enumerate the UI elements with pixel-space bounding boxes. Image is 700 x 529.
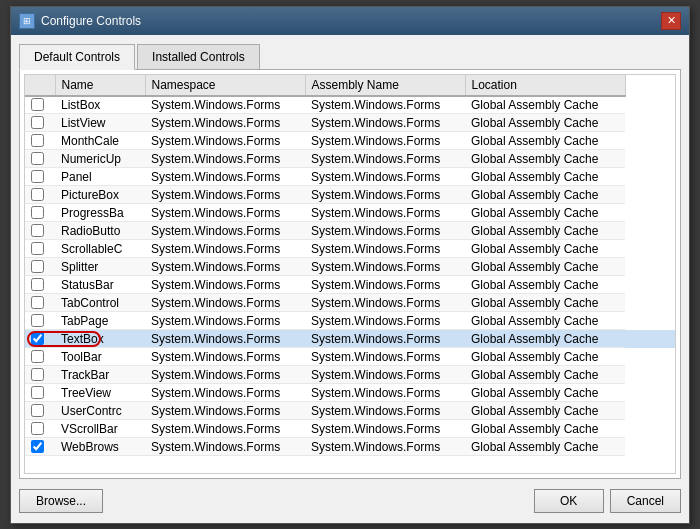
table-row[interactable]: VScrollBarSystem.Windows.FormsSystem.Win… — [25, 420, 675, 438]
row-checkbox[interactable] — [31, 368, 44, 381]
table-row[interactable]: NumericUpSystem.Windows.FormsSystem.Wind… — [25, 150, 675, 168]
check-cell[interactable] — [25, 150, 55, 168]
check-cell[interactable] — [25, 204, 55, 222]
row-location: Global Assembly Cache — [465, 132, 625, 150]
row-checkbox[interactable] — [31, 242, 44, 255]
controls-table-container[interactable]: Name Namespace Assembly Name Location Li… — [24, 74, 676, 474]
table-row[interactable]: TabControlSystem.Windows.FormsSystem.Win… — [25, 294, 675, 312]
row-namespace: System.Windows.Forms — [145, 384, 305, 402]
row-checkbox[interactable] — [31, 206, 44, 219]
row-checkbox[interactable] — [31, 170, 44, 183]
row-checkbox[interactable] — [31, 116, 44, 129]
check-cell[interactable] — [25, 258, 55, 276]
check-cell[interactable] — [25, 186, 55, 204]
row-namespace: System.Windows.Forms — [145, 330, 305, 348]
check-cell[interactable] — [25, 294, 55, 312]
row-assembly: System.Windows.Forms — [305, 96, 465, 114]
row-checkbox[interactable] — [31, 332, 44, 345]
row-assembly: System.Windows.Forms — [305, 276, 465, 294]
checkbox-wrap — [31, 188, 49, 201]
row-namespace: System.Windows.Forms — [145, 312, 305, 330]
check-cell[interactable] — [25, 168, 55, 186]
row-assembly: System.Windows.Forms — [305, 420, 465, 438]
row-assembly: System.Windows.Forms — [305, 132, 465, 150]
check-cell[interactable] — [25, 384, 55, 402]
table-row[interactable]: MonthCaleSystem.Windows.FormsSystem.Wind… — [25, 132, 675, 150]
table-row[interactable]: PictureBoxSystem.Windows.FormsSystem.Win… — [25, 186, 675, 204]
row-checkbox[interactable] — [31, 404, 44, 417]
cancel-button[interactable]: Cancel — [610, 489, 681, 513]
table-row[interactable]: ScrollableCSystem.Windows.FormsSystem.Wi… — [25, 240, 675, 258]
row-name: StatusBar — [55, 276, 145, 294]
check-cell[interactable] — [25, 222, 55, 240]
col-header-check — [25, 75, 55, 96]
check-cell[interactable] — [25, 114, 55, 132]
table-row[interactable]: SplitterSystem.Windows.FormsSystem.Windo… — [25, 258, 675, 276]
table-row[interactable]: TrackBarSystem.Windows.FormsSystem.Windo… — [25, 366, 675, 384]
row-assembly: System.Windows.Forms — [305, 114, 465, 132]
row-checkbox[interactable] — [31, 422, 44, 435]
check-cell[interactable] — [25, 132, 55, 150]
check-cell[interactable] — [25, 240, 55, 258]
row-checkbox[interactable] — [31, 98, 44, 111]
check-cell[interactable] — [25, 438, 55, 456]
row-name: WebBrows — [55, 438, 145, 456]
table-row[interactable]: TreeViewSystem.Windows.FormsSystem.Windo… — [25, 384, 675, 402]
row-namespace: System.Windows.Forms — [145, 150, 305, 168]
check-cell[interactable] — [25, 96, 55, 114]
table-body: ListBoxSystem.Windows.FormsSystem.Window… — [25, 96, 675, 456]
table-row[interactable]: UserContrcSystem.Windows.FormsSystem.Win… — [25, 402, 675, 420]
row-name: RadioButto — [55, 222, 145, 240]
row-checkbox[interactable] — [31, 350, 44, 363]
row-checkbox[interactable] — [31, 134, 44, 147]
table-row[interactable]: ListViewSystem.Windows.FormsSystem.Windo… — [25, 114, 675, 132]
browse-button[interactable]: Browse... — [19, 489, 103, 513]
row-checkbox[interactable] — [31, 314, 44, 327]
table-row[interactable]: RadioButtoSystem.Windows.FormsSystem.Win… — [25, 222, 675, 240]
row-checkbox[interactable] — [31, 152, 44, 165]
row-namespace: System.Windows.Forms — [145, 204, 305, 222]
checkbox-wrap — [31, 152, 49, 165]
row-assembly: System.Windows.Forms — [305, 348, 465, 366]
check-cell[interactable] — [25, 402, 55, 420]
row-location: Global Assembly Cache — [465, 420, 625, 438]
table-row[interactable]: ListBoxSystem.Windows.FormsSystem.Window… — [25, 96, 675, 114]
dialog-title: Configure Controls — [41, 14, 141, 28]
row-checkbox[interactable] — [31, 224, 44, 237]
table-row[interactable]: StatusBarSystem.Windows.FormsSystem.Wind… — [25, 276, 675, 294]
tab-installed-controls[interactable]: Installed Controls — [137, 44, 260, 70]
close-button[interactable]: ✕ — [661, 12, 681, 30]
table-row[interactable]: TextBoxSystem.Windows.FormsSystem.Window… — [25, 330, 675, 348]
row-checkbox[interactable] — [31, 188, 44, 201]
check-cell[interactable] — [25, 420, 55, 438]
checkbox-wrap — [31, 278, 49, 291]
table-row[interactable]: ProgressBaSystem.Windows.FormsSystem.Win… — [25, 204, 675, 222]
table-row[interactable]: WebBrowsSystem.Windows.FormsSystem.Windo… — [25, 438, 675, 456]
check-cell[interactable] — [25, 276, 55, 294]
tab-content: Name Namespace Assembly Name Location Li… — [19, 69, 681, 479]
check-cell[interactable] — [25, 366, 55, 384]
tab-default-controls[interactable]: Default Controls — [19, 44, 135, 70]
row-checkbox[interactable] — [31, 296, 44, 309]
table-row[interactable]: TabPageSystem.Windows.FormsSystem.Window… — [25, 312, 675, 330]
row-assembly: System.Windows.Forms — [305, 312, 465, 330]
row-location: Global Assembly Cache — [465, 384, 625, 402]
row-assembly: System.Windows.Forms — [305, 384, 465, 402]
row-namespace: System.Windows.Forms — [145, 438, 305, 456]
row-namespace: System.Windows.Forms — [145, 132, 305, 150]
row-location: Global Assembly Cache — [465, 402, 625, 420]
table-row[interactable]: ToolBarSystem.Windows.FormsSystem.Window… — [25, 348, 675, 366]
row-checkbox[interactable] — [31, 278, 44, 291]
row-checkbox[interactable] — [31, 260, 44, 273]
row-name: ToolBar — [55, 348, 145, 366]
check-cell[interactable] — [25, 312, 55, 330]
check-cell[interactable] — [25, 348, 55, 366]
check-cell[interactable] — [25, 330, 55, 348]
checkbox-wrap — [31, 224, 49, 237]
row-name: TrackBar — [55, 366, 145, 384]
table-row[interactable]: PanelSystem.Windows.FormsSystem.Windows.… — [25, 168, 675, 186]
row-checkbox[interactable] — [31, 440, 44, 453]
ok-button[interactable]: OK — [534, 489, 604, 513]
row-checkbox[interactable] — [31, 386, 44, 399]
checkbox-wrap — [31, 350, 49, 363]
